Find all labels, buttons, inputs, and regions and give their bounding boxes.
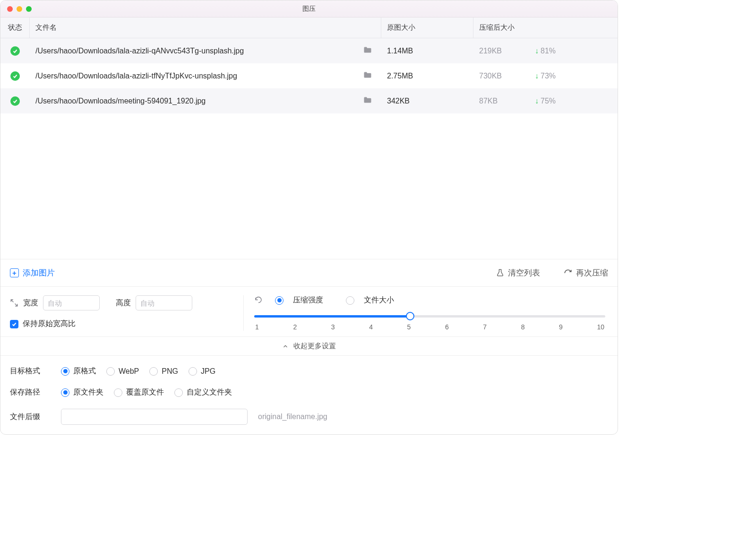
suffix-hint: original_filename.jpg bbox=[258, 413, 327, 421]
open-folder-icon[interactable] bbox=[363, 96, 372, 105]
expand-icon bbox=[10, 299, 18, 307]
open-folder-icon[interactable] bbox=[363, 71, 372, 80]
format-webp-radio[interactable] bbox=[106, 367, 115, 376]
open-folder-icon[interactable] bbox=[363, 46, 372, 55]
add-image-button[interactable]: + 添加图片 bbox=[10, 267, 55, 278]
file-path: /Users/haoo/Downloads/lala-azizli-tfNyTf… bbox=[35, 72, 359, 80]
compression-strength-radio[interactable] bbox=[275, 296, 284, 305]
compressed-size: 87KB bbox=[479, 97, 512, 105]
reduction-percent: 75% bbox=[541, 97, 556, 105]
save-path-label: 保存路径 bbox=[10, 387, 51, 397]
original-size: 1.14MB bbox=[381, 47, 473, 55]
save-custom-folder-label: 自定义文件夹 bbox=[187, 387, 232, 397]
format-png-label: PNG bbox=[162, 367, 178, 376]
file-path: /Users/haoo/Downloads/lala-azizli-qANvvc… bbox=[35, 47, 359, 55]
chevron-up-icon bbox=[282, 343, 289, 350]
compress-again-button[interactable]: 再次压缩 bbox=[564, 267, 608, 278]
status-check-icon bbox=[10, 71, 20, 81]
keep-ratio-label: 保持原始宽高比 bbox=[23, 319, 76, 329]
file-suffix-input[interactable] bbox=[61, 409, 248, 425]
compress-again-label: 再次压缩 bbox=[576, 267, 608, 278]
compression-strength-label: 压缩强度 bbox=[293, 295, 323, 305]
empty-area bbox=[0, 113, 618, 259]
format-jpg-label: JPG bbox=[201, 367, 215, 376]
reset-icon[interactable] bbox=[254, 296, 263, 305]
arrow-down-icon: ↓ bbox=[535, 47, 539, 55]
app-title: 图压 bbox=[0, 5, 618, 13]
header-original-size: 原图大小 bbox=[381, 17, 473, 38]
collapse-settings-button[interactable]: 收起更多设置 bbox=[0, 336, 618, 355]
arrow-down-icon: ↓ bbox=[535, 72, 539, 80]
reduction-percent: 73% bbox=[541, 72, 556, 80]
format-png-radio[interactable] bbox=[149, 367, 158, 376]
clear-list-button[interactable]: 清空列表 bbox=[496, 267, 540, 278]
slider-thumb[interactable] bbox=[406, 312, 414, 320]
width-label: 宽度 bbox=[23, 298, 38, 308]
save-original-folder-label: 原文件夹 bbox=[73, 387, 103, 397]
format-original-radio[interactable] bbox=[61, 367, 69, 376]
width-input[interactable] bbox=[43, 295, 100, 310]
file-suffix-label: 文件后缀 bbox=[10, 412, 51, 422]
arrow-down-icon: ↓ bbox=[535, 97, 539, 105]
header-filename: 文件名 bbox=[30, 17, 381, 38]
file-path: /Users/haoo/Downloads/meeting-594091_192… bbox=[35, 97, 359, 105]
table-row[interactable]: /Users/haoo/Downloads/lala-azizli-tfNyTf… bbox=[0, 63, 618, 88]
reduction-percent: 81% bbox=[541, 47, 556, 55]
file-size-label: 文件大小 bbox=[364, 295, 394, 305]
height-input[interactable] bbox=[136, 295, 192, 310]
table-row[interactable]: /Users/haoo/Downloads/lala-azizli-qANvvc… bbox=[0, 38, 618, 63]
strength-slider[interactable] bbox=[254, 312, 605, 320]
flask-icon bbox=[496, 269, 504, 277]
toolbar: + 添加图片 清空列表 再次压缩 bbox=[0, 259, 618, 286]
table-row[interactable]: /Users/haoo/Downloads/meeting-594091_192… bbox=[0, 88, 618, 113]
original-size: 342KB bbox=[381, 97, 473, 105]
collapse-label: 收起更多设置 bbox=[293, 342, 336, 351]
save-overwrite-radio[interactable] bbox=[114, 388, 122, 397]
titlebar: 图压 bbox=[0, 0, 618, 17]
compressed-size: 730KB bbox=[479, 72, 512, 80]
header-compressed-size: 压缩后大小 bbox=[473, 17, 618, 38]
keep-ratio-checkbox[interactable] bbox=[10, 320, 18, 328]
target-format-label: 目标格式 bbox=[10, 366, 51, 376]
format-original-label: 原格式 bbox=[73, 366, 96, 376]
save-custom-folder-radio[interactable] bbox=[174, 388, 183, 397]
header-status: 状态 bbox=[0, 17, 30, 38]
table-header: 状态 文件名 原图大小 压缩后大小 bbox=[0, 17, 618, 38]
add-image-label: 添加图片 bbox=[23, 267, 55, 278]
format-jpg-radio[interactable] bbox=[189, 367, 197, 376]
refresh-icon bbox=[564, 269, 572, 277]
save-overwrite-label: 覆盖原文件 bbox=[126, 387, 164, 397]
status-check-icon bbox=[10, 46, 20, 56]
save-original-folder-radio[interactable] bbox=[61, 388, 69, 397]
height-label: 高度 bbox=[116, 298, 131, 308]
original-size: 2.75MB bbox=[381, 72, 473, 80]
file-size-radio[interactable] bbox=[346, 296, 354, 305]
slider-ticks: 1 2 3 4 5 6 7 8 9 10 bbox=[254, 323, 605, 331]
clear-list-label: 清空列表 bbox=[508, 267, 540, 278]
compressed-size: 219KB bbox=[479, 47, 512, 55]
format-webp-label: WebP bbox=[119, 367, 139, 376]
file-list: /Users/haoo/Downloads/lala-azizli-qANvvc… bbox=[0, 38, 618, 113]
plus-icon: + bbox=[10, 268, 19, 277]
status-check-icon bbox=[10, 96, 20, 106]
